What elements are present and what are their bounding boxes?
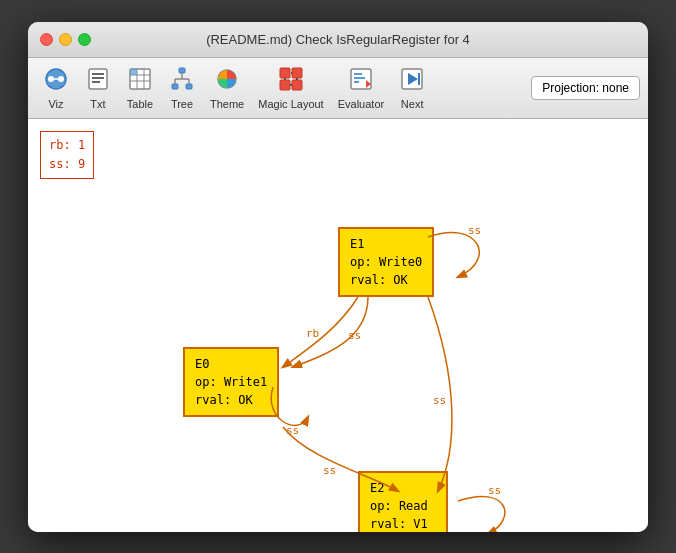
theme-icon	[214, 66, 240, 96]
svg-rect-15	[172, 84, 178, 89]
svg-rect-14	[179, 68, 185, 73]
rb-info: rb: 1	[49, 136, 85, 155]
edge-label-e1-e2-ss: ss	[433, 394, 446, 407]
theme-label: Theme	[210, 98, 244, 110]
theme-button[interactable]: Theme	[204, 62, 250, 114]
maximize-button[interactable]	[78, 33, 91, 46]
svg-rect-16	[186, 84, 192, 89]
svg-rect-13	[130, 69, 137, 75]
evaluator-label: Evaluator	[338, 98, 384, 110]
canvas-area: rb: 1 ss: 9 E1op: Write0rval: OK E0op: W…	[28, 119, 648, 532]
traffic-lights	[40, 33, 91, 46]
svg-rect-25	[292, 80, 302, 90]
edge-label-e1-e0-rb: rb	[306, 327, 319, 340]
txt-icon	[85, 66, 111, 96]
txt-button[interactable]: Txt	[78, 62, 118, 114]
tree-icon	[169, 66, 195, 96]
svg-rect-23	[292, 68, 302, 78]
table-icon	[127, 66, 153, 96]
ss-info: ss: 9	[49, 155, 85, 174]
edge-label-e0-e2-ss: ss	[323, 464, 336, 477]
svg-rect-24	[280, 80, 290, 90]
edge-label-e2-self: ss	[488, 484, 501, 497]
txt-label: Txt	[90, 98, 105, 110]
viz-icon	[43, 66, 69, 96]
arrows-svg: ss rb ss ss ss ss ss	[28, 119, 648, 532]
node-e2[interactable]: E2op: Readrval: V1	[358, 471, 448, 532]
svg-point-1	[48, 76, 54, 82]
projection-button[interactable]: Projection: none	[531, 76, 640, 100]
window-title: (README.md) Check IsRegularRegister for …	[206, 32, 470, 47]
info-box: rb: 1 ss: 9	[40, 131, 94, 179]
table-button[interactable]: Table	[120, 62, 160, 114]
tree-button[interactable]: Tree	[162, 62, 202, 114]
node-e1[interactable]: E1op: Write0rval: OK	[338, 227, 434, 297]
minimize-button[interactable]	[59, 33, 72, 46]
toolbar: Viz Txt	[28, 58, 648, 119]
next-label: Next	[401, 98, 424, 110]
titlebar: (README.md) Check IsRegularRegister for …	[28, 22, 648, 58]
magic-layout-button[interactable]: Magic Layout	[252, 62, 329, 114]
edge-label-e0-self: ss	[286, 424, 299, 437]
next-button[interactable]: Next	[392, 62, 432, 114]
node-e0[interactable]: E0op: Write1rval: OK	[183, 347, 279, 417]
close-button[interactable]	[40, 33, 53, 46]
edge-label-e1-self: ss	[468, 224, 481, 237]
app-window: (README.md) Check IsRegularRegister for …	[28, 22, 648, 532]
magic-layout-label: Magic Layout	[258, 98, 323, 110]
svg-point-2	[58, 76, 64, 82]
svg-rect-4	[89, 69, 107, 89]
tree-label: Tree	[171, 98, 193, 110]
table-label: Table	[127, 98, 153, 110]
viz-label: Viz	[48, 98, 63, 110]
next-icon	[399, 66, 425, 96]
svg-rect-22	[280, 68, 290, 78]
evaluator-button[interactable]: Evaluator	[332, 62, 390, 114]
evaluator-icon	[348, 66, 374, 96]
magic-layout-icon	[278, 66, 304, 96]
edge-label-e1-e0-ss: ss	[348, 329, 361, 342]
viz-button[interactable]: Viz	[36, 62, 76, 114]
